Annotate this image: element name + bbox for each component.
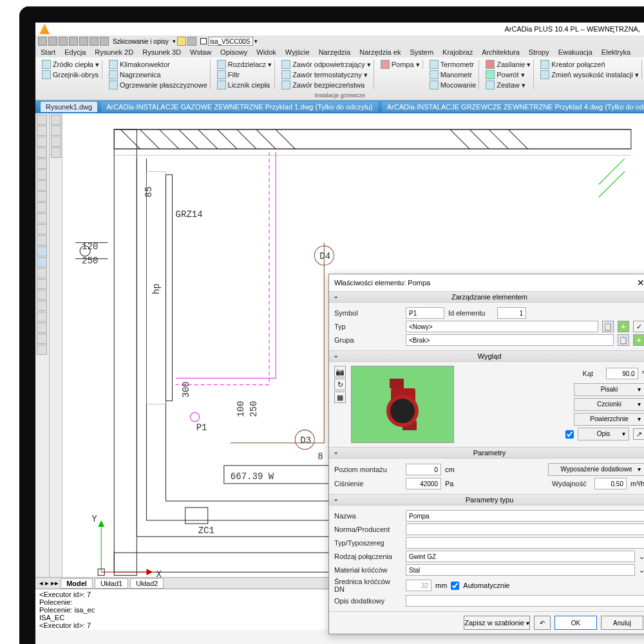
qa-split1-icon[interactable] (90, 37, 99, 46)
tool-orbit-icon[interactable] (37, 301, 47, 311)
tool-text-aa-icon[interactable] (37, 257, 47, 267)
menu-insert[interactable]: Wstaw (190, 48, 211, 56)
qa-new-icon[interactable] (38, 37, 47, 46)
menu-output[interactable]: Wyjście (285, 48, 310, 56)
qa-undo-icon[interactable] (69, 37, 78, 46)
menu-annotate[interactable]: Opisowy (220, 48, 247, 56)
menu-tools-ek[interactable]: Narzędzia ek (359, 48, 401, 56)
doc-tab-2[interactable]: ArCADia-INSTALACJE GAZOWE ZEWNETRZNE Prz… (101, 102, 378, 112)
ribbon-pump[interactable]: Pompa ▾ (381, 60, 420, 69)
qa-split2-icon[interactable] (100, 37, 109, 46)
view-tab-model[interactable]: Model (61, 578, 93, 589)
tool-text-a-icon[interactable] (37, 246, 47, 256)
qa-layer-icon[interactable] (187, 37, 196, 46)
ribbon-vent-valve[interactable]: Zawór odpowietrzający ▾ (281, 60, 371, 69)
ribbon-safety-valve[interactable]: Zawór bezpieczeństwa (281, 80, 371, 90)
ribbon-thermometer[interactable]: Termometr (430, 60, 477, 69)
tool-polyline-icon[interactable] (37, 169, 47, 180)
ribbon-heat-source[interactable]: Źródło ciepła ▾ (42, 60, 99, 69)
ribbon-manometer[interactable]: Manometr (430, 70, 477, 79)
checkbox-opis[interactable] (565, 430, 574, 439)
select-rodzaj[interactable] (406, 551, 635, 562)
ribbon-return[interactable]: Powrót ▾ (486, 70, 531, 79)
input-cisnienie[interactable] (406, 478, 441, 489)
tool2-c-icon[interactable] (51, 137, 61, 147)
undo-button[interactable]: ↶ (534, 616, 551, 630)
input-nazwa[interactable] (406, 510, 644, 522)
qa-color-swatch[interactable] (200, 38, 207, 44)
preview-3d-icon[interactable]: ▦ (334, 392, 346, 403)
menu-start[interactable]: Start (41, 48, 55, 56)
doc-tab-3[interactable]: ArCADia-INSTALACJE GRZEWCZE ZEWNETRZNE P… (382, 102, 644, 112)
qa-open-icon[interactable] (48, 37, 57, 46)
menu-landscape[interactable]: Krajobraz (442, 48, 473, 56)
dropdown-opis[interactable]: Opis (578, 428, 629, 440)
menu-draw2d[interactable]: Rysunek 2D (95, 48, 133, 56)
tool-pointer-icon[interactable] (37, 115, 47, 125)
menu-evac[interactable]: Ewakuacja (558, 48, 592, 56)
section-element-mgmt[interactable]: ⌄Zarządzanie elementem (329, 291, 644, 303)
tool-misc-icon[interactable] (37, 345, 47, 355)
grupa-save-icon[interactable]: 📋 (618, 334, 629, 346)
section-type-params[interactable]: ⌄Parametry typu (329, 494, 644, 506)
ribbon-thermo-valve[interactable]: Zawór termostatyczny ▾ (281, 70, 371, 79)
cancel-button[interactable]: Anuluj (601, 616, 643, 630)
tool-layer-icon[interactable] (37, 312, 47, 322)
qa-save-icon[interactable] (59, 37, 68, 46)
tool-pan-icon[interactable] (37, 279, 47, 289)
ribbon-supply[interactable]: Zasilanie ▾ (486, 60, 531, 69)
ribbon-filter[interactable]: Filtr (217, 70, 272, 79)
chevron-down-icon[interactable]: ⌄ (639, 553, 644, 561)
typ-check-icon[interactable]: ✓ (633, 321, 644, 332)
doc-tab-1[interactable]: Rysunek1.dwg (41, 102, 97, 112)
dialog-close-icon[interactable]: ✕ (637, 278, 644, 288)
preview-cam-icon[interactable]: 📷 (334, 366, 346, 377)
dropdown-czcionki[interactable]: Czcionki (574, 398, 644, 411)
tool-arc-icon[interactable] (37, 137, 47, 147)
ribbon-manifold[interactable]: Rozdzielacz ▾ (217, 60, 272, 69)
input-typoszereg[interactable] (406, 537, 644, 549)
opis-ext-icon[interactable]: ↗ (633, 428, 644, 440)
tool-undo-icon[interactable] (37, 323, 47, 333)
input-symbol[interactable] (406, 307, 444, 319)
section-parameters[interactable]: ⌄Parametry (329, 447, 644, 459)
ribbon-change-height[interactable]: Zmień wysokość instalacji ▾ (540, 70, 639, 79)
preview-refresh-icon[interactable]: ↻ (334, 379, 346, 390)
section-appearance[interactable]: ⌄Wygląd (329, 350, 644, 362)
tool-line-icon[interactable] (37, 126, 47, 136)
view-nav-arrows[interactable]: ◂ ▸ ▸▸ (39, 579, 59, 587)
tool-spline-icon[interactable] (37, 180, 47, 191)
tool-scale-icon[interactable] (37, 213, 47, 223)
input-wydajnosc[interactable] (594, 478, 627, 489)
input-srednica[interactable] (406, 580, 431, 591)
grupa-add-icon[interactable]: + (633, 334, 644, 346)
input-id[interactable] (497, 307, 526, 319)
input-opis-dod[interactable] (406, 595, 644, 607)
input-typ[interactable] (406, 321, 598, 332)
tool2-b-icon[interactable] (51, 126, 61, 136)
save-template-button[interactable]: Zapisz w szablonie ▾ (464, 616, 530, 630)
tool-zoom-icon[interactable] (37, 290, 47, 300)
ribbon-surface-heating[interactable]: Ogrzewanie płaszczyznowe (109, 80, 207, 90)
input-poziom[interactable] (406, 464, 441, 475)
tool-ellipse-icon[interactable] (37, 191, 47, 202)
typ-add-icon[interactable]: + (618, 321, 629, 332)
tool-hatch-icon[interactable] (37, 202, 47, 213)
ribbon-conn-wizard[interactable]: Kreator połączeń (540, 60, 639, 69)
menu-draw3d[interactable]: Rysunek 3D (142, 48, 181, 56)
qa-bulb-icon[interactable] (177, 37, 186, 46)
menu-floors[interactable]: Stropy (529, 48, 549, 56)
ribbon-set[interactable]: Zestaw ▾ (486, 80, 531, 90)
tool-rect-icon[interactable] (37, 158, 47, 169)
ribbon-fancoil[interactable]: Klimakonwektor (109, 60, 207, 69)
dropdown-pisaki[interactable]: Pisaki (574, 383, 644, 396)
menu-edit[interactable]: Edycja (64, 48, 86, 56)
ribbon-heater[interactable]: Nagrzewnica (109, 70, 207, 79)
qa-file-field[interactable] (208, 37, 253, 46)
menu-tools[interactable]: Narzędzia (319, 48, 351, 56)
qa-redo-icon[interactable] (79, 37, 88, 46)
tool-redo-icon[interactable] (37, 334, 47, 344)
select-material[interactable] (406, 564, 635, 576)
qa-sketch-dropdown[interactable]: Szkicowanie i opisy (113, 38, 169, 45)
tool2-d-icon[interactable] (51, 147, 61, 158)
